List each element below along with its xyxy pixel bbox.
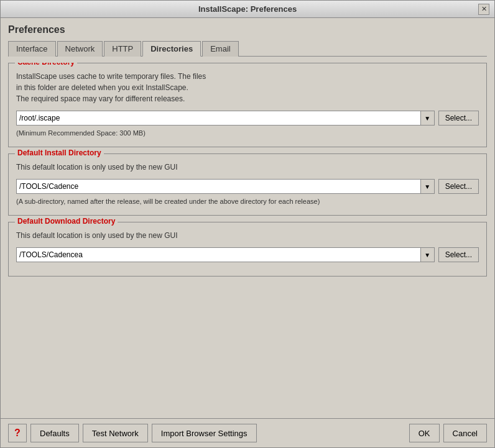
ok-button[interactable]: OK [409,424,440,442]
tab-directories[interactable]: Directories [142,41,201,57]
default-install-dropdown-arrow[interactable]: ▼ [420,180,434,193]
default-download-select-button[interactable]: Select... [438,247,479,262]
cache-directory-panel: Cache Directory InstallScape uses cache … [8,63,487,147]
cache-directory-description: InstallScape uses cache to write tempora… [16,71,479,104]
default-install-hint: (A sub-directory, named after the releas… [16,198,479,205]
default-install-description: This default location is only used by th… [16,162,479,173]
default-install-combo: ▼ [16,179,435,194]
panels-container: Cache Directory InstallScape uses cache … [8,63,487,412]
titlebar: InstallScape: Preferences ✕ [1,1,494,18]
close-button[interactable]: ✕ [478,4,489,15]
window-title: InstallScape: Preferences [17,4,478,14]
default-install-legend: Default Install Directory [15,149,104,157]
footer-right: OK Cancel [409,424,487,442]
default-download-combo: ▼ [16,247,435,262]
default-download-description: This default location is only used by th… [16,230,479,241]
default-install-input[interactable] [17,180,420,193]
default-install-panel: Default Install Directory This default l… [8,153,487,216]
default-download-dropdown-arrow[interactable]: ▼ [420,248,434,262]
import-browser-settings-button[interactable]: Import Browser Settings [152,424,257,442]
main-window: InstallScape: Preferences ✕ Preferences … [0,0,495,448]
defaults-button[interactable]: Defaults [30,424,79,442]
footer: ? Defaults Test Network Import Browser S… [1,418,494,447]
test-network-button[interactable]: Test Network [83,424,148,442]
default-install-select-button[interactable]: Select... [438,179,479,194]
default-download-input-row: ▼ Select... [16,247,479,262]
default-download-panel: Default Download Directory This default … [8,222,487,277]
tab-bar: Interface Network HTTP Directories Email [8,40,487,57]
cache-directory-input[interactable] [17,111,420,125]
cache-directory-hint: (Minimum Recommended Space: 300 MB) [16,129,479,137]
tab-network[interactable]: Network [57,41,103,57]
tab-http[interactable]: HTTP [104,41,141,57]
tab-email[interactable]: Email [202,41,239,57]
default-download-input[interactable] [17,248,420,262]
default-download-legend: Default Download Directory [15,217,118,226]
footer-left: ? Defaults Test Network Import Browser S… [8,424,257,442]
cancel-button[interactable]: Cancel [443,424,487,442]
tab-interface[interactable]: Interface [8,41,56,57]
cache-directory-select-button[interactable]: Select... [438,111,479,126]
cache-directory-input-row: ▼ Select... [16,111,479,126]
cache-directory-combo: ▼ [16,111,435,126]
default-install-input-row: ▼ Select... [16,179,479,194]
help-button[interactable]: ? [8,424,27,442]
cache-directory-dropdown-arrow[interactable]: ▼ [420,111,434,125]
page-title: Preferences [8,24,487,35]
content-area: Preferences Interface Network HTTP Direc… [1,18,494,418]
cache-directory-legend: Cache Directory [15,63,77,66]
